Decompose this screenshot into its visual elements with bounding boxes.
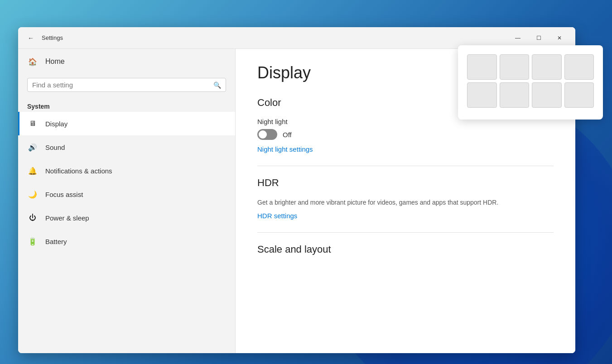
hdr-description: Get a brighter and more vibrant picture … bbox=[257, 198, 554, 207]
sound-icon: 🔊 bbox=[27, 142, 38, 153]
sidebar-item-sound-label: Sound bbox=[45, 144, 65, 151]
sidebar-item-sound[interactable]: 🔊 Sound bbox=[18, 135, 235, 159]
scale-section-title: Scale and layout bbox=[257, 244, 554, 255]
home-icon: 🏠 bbox=[27, 56, 38, 67]
home-label: Home bbox=[45, 57, 65, 66]
snap-row-1 bbox=[467, 54, 594, 80]
hdr-section-title: HDR bbox=[257, 177, 554, 189]
focus-icon: 🌙 bbox=[27, 189, 38, 200]
hdr-settings-link[interactable]: HDR settings bbox=[257, 212, 554, 220]
sidebar-item-home[interactable]: 🏠 Home bbox=[18, 49, 235, 74]
section-divider-hdr bbox=[257, 166, 554, 166]
window-title: Settings bbox=[42, 34, 63, 41]
snap-cell-4[interactable] bbox=[564, 54, 594, 80]
sidebar-item-notifications-label: Notifications & actions bbox=[45, 167, 112, 175]
snap-cell-3[interactable] bbox=[532, 54, 562, 80]
display-icon: 🖥 bbox=[27, 118, 38, 129]
sidebar: 🏠 Home 🔍 System 🖥 Display 🔊 Sound 🔔 bbox=[18, 49, 236, 353]
snap-cell-5[interactable] bbox=[467, 82, 497, 108]
snap-cell-1[interactable] bbox=[467, 54, 497, 80]
battery-icon: 🔋 bbox=[27, 236, 38, 247]
night-light-row: Night light Off Night light settings bbox=[257, 118, 554, 153]
sidebar-item-display-label: Display bbox=[45, 120, 67, 128]
sidebar-item-focus-label: Focus assist bbox=[45, 191, 83, 198]
sidebar-item-focus[interactable]: 🌙 Focus assist bbox=[18, 182, 235, 206]
power-icon: ⏻ bbox=[27, 212, 38, 223]
search-input[interactable] bbox=[32, 81, 213, 89]
night-light-status: Off bbox=[283, 131, 292, 139]
back-button[interactable]: ← bbox=[24, 31, 38, 45]
sidebar-item-display[interactable]: 🖥 Display bbox=[18, 112, 235, 135]
sidebar-item-power[interactable]: ⏻ Power & sleep bbox=[18, 206, 235, 230]
system-section-label: System bbox=[18, 99, 235, 112]
snap-cell-8[interactable] bbox=[564, 82, 594, 108]
night-light-toggle[interactable] bbox=[257, 129, 277, 140]
snap-layout-popup bbox=[458, 45, 603, 120]
sidebar-item-battery[interactable]: 🔋 Battery bbox=[18, 230, 235, 253]
night-light-settings-link[interactable]: Night light settings bbox=[257, 145, 554, 153]
notifications-icon: 🔔 bbox=[27, 165, 38, 176]
search-box: 🔍 bbox=[27, 78, 226, 92]
night-light-toggle-row: Off bbox=[257, 129, 554, 140]
snap-cell-7[interactable] bbox=[532, 82, 562, 108]
section-divider-scale bbox=[257, 232, 554, 233]
snap-cell-2[interactable] bbox=[500, 54, 530, 80]
sidebar-item-notifications[interactable]: 🔔 Notifications & actions bbox=[18, 159, 235, 182]
sidebar-item-battery-label: Battery bbox=[45, 238, 67, 245]
snap-row-2 bbox=[467, 82, 594, 108]
snap-cell-6[interactable] bbox=[500, 82, 530, 108]
sidebar-item-power-label: Power & sleep bbox=[45, 214, 89, 222]
search-icon: 🔍 bbox=[213, 81, 221, 89]
